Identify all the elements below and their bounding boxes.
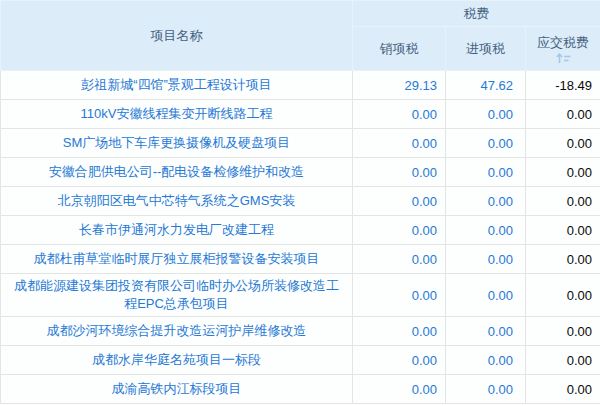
output-tax-value[interactable]: 0.00 <box>353 129 446 158</box>
project-name-link[interactable]: 成都杜甫草堂临时展厅独立展柜报警设备安装项目 <box>1 245 353 274</box>
column-header-output-tax: 销项税 <box>353 27 446 71</box>
input-tax-value[interactable]: 0.00 <box>446 375 526 404</box>
output-tax-value[interactable]: 0.00 <box>353 158 446 187</box>
input-tax-value[interactable]: 0.00 <box>446 317 526 346</box>
project-name-link[interactable]: 长春市伊通河水力发电厂改建工程 <box>1 216 353 245</box>
output-tax-value[interactable]: 0.00 <box>353 187 446 216</box>
table-header: 项目名称 税费 销项税 进项税 应交税费 <box>1 1 600 71</box>
table-row: 成都沙河环境综合提升改造运河护岸维修改造0.000.000.00 <box>1 317 600 346</box>
tax-payable-value: 0.00 <box>526 187 600 216</box>
table-row: 北京朝阳区电气中芯特气系统之GMS安装0.000.000.00 <box>1 187 600 216</box>
output-tax-value[interactable]: 0.00 <box>353 100 446 129</box>
table-row: SM广场地下车库更换摄像机及硬盘项目0.000.000.00 <box>1 129 600 158</box>
tax-payable-value: 0.00 <box>526 100 600 129</box>
input-tax-value[interactable]: 0.00 <box>446 100 526 129</box>
table-body: 彭祖新城“四馆”景观工程设计项目29.1347.62-18.49110kV安徽线… <box>1 71 600 404</box>
project-name-link[interactable]: 成渝高铁内江标段项目 <box>1 375 353 404</box>
project-name-link[interactable]: 彭祖新城“四馆”景观工程设计项目 <box>1 71 353 100</box>
project-name-link[interactable]: 成都水岸华庭名苑项目一标段 <box>1 346 353 375</box>
column-header-tax-payable[interactable]: 应交税费 <box>526 27 600 71</box>
project-name-link[interactable]: 北京朝阳区电气中芯特气系统之GMS安装 <box>1 187 353 216</box>
output-tax-value[interactable]: 0.00 <box>353 346 446 375</box>
tax-payable-value: 0.00 <box>526 317 600 346</box>
tax-table-panel: 项目名称 税费 销项税 进项税 应交税费 <box>0 0 600 404</box>
tax-payable-value: 0.00 <box>526 158 600 187</box>
output-tax-value[interactable]: 0.00 <box>353 375 446 404</box>
project-name-link[interactable]: 成都沙河环境综合提升改造运河护岸维修改造 <box>1 317 353 346</box>
input-tax-value[interactable]: 47.62 <box>446 71 526 100</box>
tax-payable-value: 0.00 <box>526 274 600 317</box>
tax-payable-header-stack: 应交税费 <box>526 35 600 63</box>
input-tax-value[interactable]: 0.00 <box>446 274 526 317</box>
input-tax-value[interactable]: 0.00 <box>446 129 526 158</box>
sort-ascending-icon[interactable] <box>556 52 571 63</box>
column-header-tax-payable-label: 应交税费 <box>537 35 589 51</box>
output-tax-value[interactable]: 0.00 <box>353 216 446 245</box>
input-tax-value[interactable]: 0.00 <box>446 187 526 216</box>
project-name-link[interactable]: 安徽合肥供电公司--配电设备检修维护和改造 <box>1 158 353 187</box>
table-row: 长春市伊通河水力发电厂改建工程0.000.000.00 <box>1 216 600 245</box>
tax-payable-value: 0.00 <box>526 245 600 274</box>
output-tax-value[interactable]: 0.00 <box>353 245 446 274</box>
table-row: 安徽合肥供电公司--配电设备检修维护和改造0.000.000.00 <box>1 158 600 187</box>
column-header-project-name: 项目名称 <box>1 1 353 71</box>
input-tax-value[interactable]: 0.00 <box>446 216 526 245</box>
tax-payable-value: -18.49 <box>526 71 600 100</box>
input-tax-value[interactable]: 0.00 <box>446 346 526 375</box>
table-row: 成都水岸华庭名苑项目一标段0.000.000.00 <box>1 346 600 375</box>
column-header-tax-group: 税费 <box>353 1 600 27</box>
table-row: 成渝高铁内江标段项目0.000.000.00 <box>1 375 600 404</box>
output-tax-value[interactable]: 29.13 <box>353 71 446 100</box>
project-name-link[interactable]: SM广场地下车库更换摄像机及硬盘项目 <box>1 129 353 158</box>
tax-payable-value: 0.00 <box>526 129 600 158</box>
output-tax-value[interactable]: 0.00 <box>353 274 446 317</box>
column-header-input-tax: 进项税 <box>446 27 526 71</box>
output-tax-value[interactable]: 0.00 <box>353 317 446 346</box>
input-tax-value[interactable]: 0.00 <box>446 245 526 274</box>
table-row: 成都杜甫草堂临时展厅独立展柜报警设备安装项目0.000.000.00 <box>1 245 600 274</box>
tax-payable-value: 0.00 <box>526 375 600 404</box>
project-name-link[interactable]: 110kV安徽线程集变开断线路工程 <box>1 100 353 129</box>
table-row: 110kV安徽线程集变开断线路工程0.000.000.00 <box>1 100 600 129</box>
table-row: 彭祖新城“四馆”景观工程设计项目29.1347.62-18.49 <box>1 71 600 100</box>
project-name-link[interactable]: 成都能源建设集团投资有限公司临时办公场所装修改造工程EPC总承包项目 <box>1 274 353 317</box>
tax-payable-value: 0.00 <box>526 216 600 245</box>
input-tax-value[interactable]: 0.00 <box>446 158 526 187</box>
tax-payable-value: 0.00 <box>526 346 600 375</box>
project-tax-table: 项目名称 税费 销项税 进项税 应交税费 <box>0 0 600 404</box>
table-row: 成都能源建设集团投资有限公司临时办公场所装修改造工程EPC总承包项目0.000.… <box>1 274 600 317</box>
